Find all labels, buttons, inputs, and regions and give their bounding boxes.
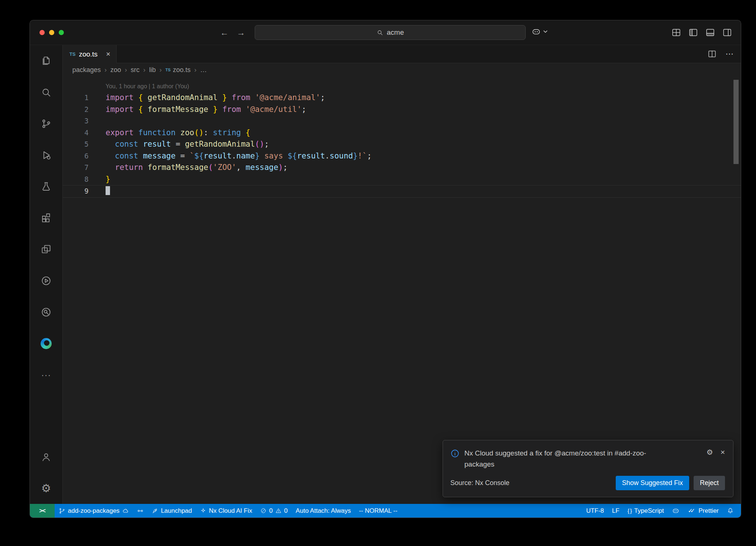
commit-graph-icon <box>137 508 144 514</box>
maximize-window-button[interactable] <box>59 30 64 35</box>
code-line[interactable]: 1import { getRandomAnimal } from '@acme/… <box>63 92 741 104</box>
toggle-secondary-sidebar-button[interactable] <box>722 28 732 37</box>
sidebar-item-nx-console[interactable] <box>30 265 62 296</box>
language-mode-item[interactable]: { } TypeScript <box>623 504 668 518</box>
sidebar-item-extensions[interactable] <box>30 202 62 233</box>
gitlens-status-item[interactable] <box>133 504 148 518</box>
line-number: 2 <box>63 104 89 116</box>
breadcrumb-item[interactable]: zoo <box>110 66 121 74</box>
remote-explorer-icon <box>41 244 52 255</box>
forward-button[interactable]: → <box>237 28 245 38</box>
line-content: import { getRandomAnimal } from '@acme/a… <box>89 92 325 104</box>
sidebar-item-run-debug[interactable] <box>30 139 62 171</box>
more-actions-button[interactable]: ⋯ <box>725 49 733 59</box>
tab-zoo-ts[interactable]: TS zoo.ts × <box>63 45 117 63</box>
code-line[interactable]: 7 return formatMessage('ZOO', message); <box>63 162 741 174</box>
close-window-button[interactable] <box>39 30 45 35</box>
breadcrumb: packages › zoo › src › lib › TS zoo.ts ›… <box>63 63 741 76</box>
breadcrumb-separator: › <box>194 66 196 74</box>
branch-status-item[interactable]: add-zoo-packages <box>55 504 133 518</box>
more-tools-icon: ··· <box>41 370 51 380</box>
sidebar-item-remote-explorer[interactable] <box>30 233 62 265</box>
remote-indicator[interactable]: >< <box>30 504 55 518</box>
notification-close-button[interactable]: × <box>721 448 725 457</box>
rocket-icon <box>152 508 158 514</box>
typescript-file-icon: TS <box>165 68 171 72</box>
main-area: ··· ⚙ TS zoo.ts × <box>30 45 741 504</box>
show-suggested-fix-button[interactable]: Show Suggested Fix <box>616 476 689 490</box>
toggle-sidebar-button[interactable] <box>688 28 698 37</box>
nx-cloud-ai-fix-item[interactable]: Nx Cloud AI Fix <box>196 504 256 518</box>
editor-cursor <box>106 186 110 195</box>
notifications-bell-item[interactable] <box>723 504 738 518</box>
history-nav: ← → <box>220 20 245 45</box>
code-line[interactable]: 6 const message = `${result.name} says $… <box>63 150 741 162</box>
nx-cloud-label: Nx Cloud AI Fix <box>209 507 252 515</box>
sidebar-item-source-control[interactable] <box>30 108 62 139</box>
settings-gear-icon: ⚙ <box>41 483 51 494</box>
status-bar-right: UTF-8 LF { } TypeScript ✓✓ Prettier <box>582 504 741 518</box>
breadcrumb-more[interactable]: … <box>200 66 207 74</box>
tab-label: zoo.ts <box>79 50 98 58</box>
formatter-status-item[interactable]: ✓✓ Prettier <box>684 504 723 518</box>
error-count: 0 <box>269 507 272 515</box>
breadcrumb-item[interactable]: packages <box>72 66 101 74</box>
testing-beaker-icon <box>41 181 52 192</box>
sidebar-item-testing[interactable] <box>30 171 62 202</box>
editor-scrollbar[interactable] <box>733 80 739 164</box>
code-line[interactable]: 5 const result = getRandomAnimal(); <box>63 139 741 150</box>
sidebar-item-more-tools[interactable]: ··· <box>30 359 62 390</box>
line-number: 4 <box>63 127 89 139</box>
source-control-icon <box>41 118 52 129</box>
copilot-icon <box>531 27 541 37</box>
code-line[interactable]: 9 <box>63 185 741 198</box>
back-button[interactable]: ← <box>220 28 228 38</box>
eol-item[interactable]: LF <box>608 504 623 518</box>
edge-icon <box>41 338 52 349</box>
code-line[interactable]: 2import { formatMessage } from '@acme/ut… <box>63 104 741 116</box>
notification-message: Nx Cloud suggested a fix for @acme/zoo:t… <box>464 448 671 470</box>
line-number: 6 <box>63 150 89 162</box>
breadcrumb-item[interactable]: src <box>131 66 140 74</box>
copilot-status-item[interactable] <box>668 504 684 518</box>
problems-status-item[interactable]: 0 0 <box>256 504 292 518</box>
info-icon <box>450 449 460 458</box>
line-number: 3 <box>63 115 89 127</box>
notification-settings-button[interactable]: ⚙ <box>707 448 713 457</box>
sidebar-item-inspect[interactable] <box>30 296 62 328</box>
code-line[interactable]: 8} <box>63 174 741 185</box>
activity-bar: ··· ⚙ <box>30 45 63 504</box>
sidebar-item-search[interactable] <box>30 76 62 108</box>
double-check-icon: ✓✓ <box>688 507 693 514</box>
encoding-item[interactable]: UTF-8 <box>582 504 608 518</box>
desktop: ← → acme <box>0 0 756 546</box>
chevron-down-icon <box>543 29 548 34</box>
customize-layout-button[interactable] <box>671 28 681 37</box>
reject-button[interactable]: Reject <box>694 476 725 490</box>
breadcrumb-file[interactable]: TS zoo.ts <box>165 66 190 74</box>
copilot-menu-button[interactable] <box>531 27 548 37</box>
code-line[interactable]: 3 <box>63 115 741 127</box>
sidebar-item-edge-browser[interactable] <box>30 328 62 359</box>
split-editor-button[interactable] <box>708 50 717 58</box>
sidebar-item-account[interactable] <box>30 441 62 472</box>
tab-close-button[interactable]: × <box>106 50 110 58</box>
minimize-window-button[interactable] <box>49 30 54 35</box>
breadcrumb-item[interactable]: lib <box>149 66 156 74</box>
command-center-value: acme <box>387 28 404 37</box>
title-bar: ← → acme <box>30 20 741 45</box>
auto-attach-item[interactable]: Auto Attach: Always <box>292 504 355 518</box>
launchpad-status-item[interactable]: Launchpad <box>148 504 196 518</box>
line-number: 7 <box>63 162 89 174</box>
editor-group: TS zoo.ts × ⋯ packages › zoo › src › <box>63 45 741 504</box>
code-line[interactable]: 4export function zoo(): string { <box>63 127 741 139</box>
sidebar-item-explorer[interactable] <box>30 45 62 76</box>
command-center[interactable]: acme <box>255 25 526 40</box>
line-content <box>89 115 106 127</box>
toggle-panel-button[interactable] <box>705 28 715 37</box>
sidebar-item-settings[interactable]: ⚙ <box>30 472 62 504</box>
breadcrumb-separator: › <box>159 66 162 74</box>
bell-icon <box>727 507 734 514</box>
line-number: 9 <box>63 185 89 197</box>
vim-mode-item[interactable]: -- NORMAL -- <box>355 504 401 518</box>
